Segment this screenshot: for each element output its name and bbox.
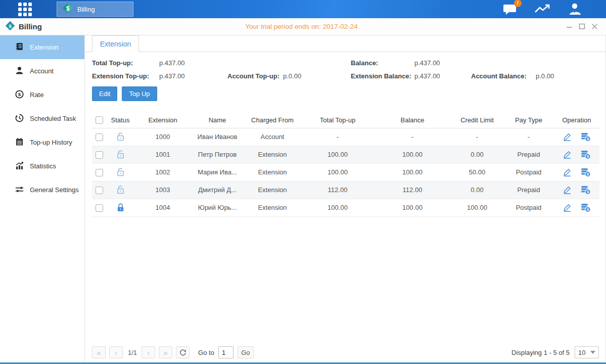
cell-balance: 100.00 xyxy=(374,199,451,216)
cell-name: Дмитрий Д... xyxy=(191,181,244,199)
chevron-down-icon xyxy=(590,351,595,354)
col-total-topup: Total Top-up xyxy=(301,112,374,128)
last-page-button[interactable]: » xyxy=(159,346,172,358)
row-checkbox[interactable] xyxy=(96,133,103,141)
page-size-value: 10 xyxy=(578,349,585,356)
sidebar-item-extension[interactable]: Extension xyxy=(0,35,84,59)
sidebar-item-general-settings[interactable]: General Settings xyxy=(0,178,84,202)
billing-diamond-icon: $ xyxy=(62,3,73,16)
row-checkbox[interactable] xyxy=(96,169,103,176)
window-title: Billing xyxy=(19,22,42,31)
apps-grid-icon[interactable] xyxy=(18,3,34,16)
table-row: 1001 Петр Петров Extension 100.00 100.00… xyxy=(92,146,599,163)
reports-chart-icon[interactable] xyxy=(534,2,550,16)
person-icon xyxy=(15,66,24,76)
extension-topup-label: Extension Top-up: xyxy=(92,72,159,80)
page-size-select[interactable]: 10 xyxy=(575,346,599,358)
col-operation: Operation xyxy=(554,112,599,128)
row-checkbox[interactable] xyxy=(96,204,103,212)
extension-balance-value: p.437.00 xyxy=(414,72,471,80)
cell-balance: 100.00 xyxy=(374,146,451,163)
topup-coins-icon[interactable]: $ xyxy=(581,132,591,142)
table-body: 1000 Иван Иванов Account - - - - xyxy=(92,128,599,216)
unlocked-icon xyxy=(116,185,125,195)
col-credit-limit: Credit Limit xyxy=(451,112,503,128)
cell-total-topup: 100.00 xyxy=(301,146,374,163)
dollar-circle-icon: $ xyxy=(15,90,24,100)
cell-name: Петр Петров xyxy=(191,146,244,163)
edit-icon[interactable] xyxy=(563,150,572,159)
edit-icon[interactable] xyxy=(563,132,572,142)
table-row: 1000 Иван Иванов Account - - - - xyxy=(92,128,599,146)
topup-coins-icon[interactable]: $ xyxy=(581,168,591,177)
extension-table: Status Extension Name Charged From Total… xyxy=(92,112,599,217)
unlocked-icon xyxy=(116,150,125,159)
cell-credit-limit: 100.00 xyxy=(451,199,503,216)
topup-coins-icon[interactable]: $ xyxy=(581,150,591,159)
displaying-text: Displaying 1 - 5 of 5 xyxy=(511,349,570,356)
cell-pay-type: Prepaid xyxy=(503,146,554,163)
account-balance-value: p.0.00 xyxy=(536,72,605,80)
prev-page-button[interactable]: ‹ xyxy=(109,346,123,358)
sidebar-item-account[interactable]: Account xyxy=(0,59,84,83)
sidebar-item-rate[interactable]: $ Rate xyxy=(0,83,84,107)
cell-credit-limit: 0.00 xyxy=(451,146,503,163)
col-pay-type: Pay Type xyxy=(503,112,554,128)
refresh-button[interactable] xyxy=(176,346,190,358)
taskbar-tab-billing[interactable]: $ Billing xyxy=(57,2,133,17)
table-row: 1004 Юрий Юрь... Extension 100.00 100.00… xyxy=(92,199,599,216)
address-book-icon xyxy=(15,42,24,53)
unlocked-icon xyxy=(116,167,125,177)
locked-icon xyxy=(116,203,125,212)
billing-diamond-icon-small: $ xyxy=(5,21,15,33)
taskbar-tab-label: Billing xyxy=(77,6,95,13)
notification-badge: ! xyxy=(514,0,522,7)
row-checkbox[interactable] xyxy=(96,151,103,159)
sliders-icon xyxy=(15,185,24,195)
extension-balance-label: Extension Balance: xyxy=(351,72,414,80)
col-balance: Balance xyxy=(374,112,451,128)
cell-name: Иван Иванов xyxy=(191,128,244,146)
row-checkbox[interactable] xyxy=(96,187,103,194)
trial-notice: Your trial period ends on: 2017-02-24 xyxy=(116,23,487,30)
topup-coins-icon[interactable]: $ xyxy=(581,203,591,212)
minimize-button[interactable] xyxy=(566,23,573,30)
edit-icon[interactable] xyxy=(563,203,572,212)
sidebar: Extension Account $ Rate Scheduled T xyxy=(0,35,85,362)
edit-icon[interactable] xyxy=(563,168,572,177)
balance-label: Balance: xyxy=(351,59,414,67)
col-status: Status xyxy=(106,112,134,128)
cell-balance: 100.00 xyxy=(374,163,451,181)
col-extension: Extension xyxy=(134,112,191,128)
first-page-button[interactable]: « xyxy=(92,346,106,358)
cell-balance: - xyxy=(374,128,451,146)
topup-button[interactable]: Top Up xyxy=(122,86,157,101)
topup-coins-icon[interactable]: $ xyxy=(581,186,591,195)
account-topup-value: p.0.00 xyxy=(283,72,351,80)
tab-extension[interactable]: Extension xyxy=(92,35,139,52)
sidebar-item-statistics[interactable]: Statistics xyxy=(0,154,84,178)
cell-pay-type: Postpaid xyxy=(503,163,554,181)
cell-charged-from: Extension xyxy=(244,181,301,199)
cell-pay-type: - xyxy=(503,128,554,146)
go-button[interactable]: Go xyxy=(238,346,254,358)
maximize-button[interactable] xyxy=(578,23,585,30)
select-all-checkbox[interactable] xyxy=(96,116,103,124)
user-account-icon[interactable] xyxy=(567,2,583,16)
messages-icon[interactable]: ! xyxy=(502,2,518,16)
sidebar-item-scheduled-task[interactable]: Scheduled Task xyxy=(0,107,84,130)
goto-page-input[interactable] xyxy=(218,346,234,358)
svg-text:$: $ xyxy=(18,92,21,97)
edit-icon[interactable] xyxy=(563,186,572,195)
cell-charged-from: Extension xyxy=(244,163,301,181)
sidebar-item-topup-history[interactable]: Top-up History xyxy=(0,130,84,154)
cell-extension: 1002 xyxy=(134,163,191,181)
tab-bar: Extension xyxy=(85,35,605,52)
sidebar-item-label: Extension xyxy=(30,43,59,51)
close-button[interactable] xyxy=(591,23,598,30)
cell-total-topup: - xyxy=(301,128,374,146)
next-page-button[interactable]: › xyxy=(142,346,155,358)
edit-button[interactable]: Edit xyxy=(92,86,117,101)
cell-name: Юрий Юрь... xyxy=(191,199,244,216)
cell-extension: 1001 xyxy=(134,146,191,163)
